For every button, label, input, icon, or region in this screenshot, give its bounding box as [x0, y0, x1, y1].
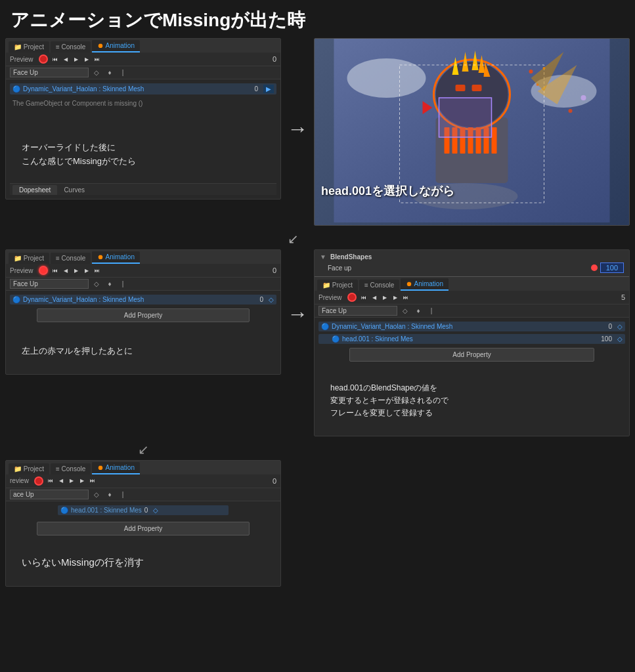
- svg-rect-21: [492, 127, 497, 154]
- preview-label-2: Preview: [10, 267, 33, 274]
- panel-toolbar-1: Preview ⏮ ◀ ▶ ▶ ⏭ 0: [6, 52, 280, 66]
- svg-point-30: [569, 109, 573, 113]
- sub-mesh-row-3: 🔵 head.001 : Skinned Mes 100 ◇: [318, 334, 625, 344]
- record-button-4[interactable]: [34, 476, 43, 486]
- curves-tab-1[interactable]: Curves: [57, 185, 91, 195]
- skip-start-btn-3[interactable]: ⏮: [359, 293, 368, 302]
- animation-icon-3: ⏺: [406, 280, 412, 287]
- diamond-marker-3: ◇: [617, 323, 623, 330]
- settings-icon-4[interactable]: |: [118, 490, 128, 499]
- diamond-icon-2[interactable]: ◇: [91, 280, 102, 289]
- tab-project-4[interactable]: 📁 Project: [9, 463, 49, 474]
- diamond-icon-3[interactable]: ◇: [400, 306, 410, 316]
- settings-icon-2[interactable]: |: [118, 280, 128, 289]
- face-up-dropdown-1[interactable]: Face Up: [10, 68, 89, 77]
- blendshapes-section: ▼ BlendShapes Face up 100: [315, 250, 629, 277]
- panel-content-4: 🔵 head.001 : Skinned Mes 0 ◇ Add Propert…: [6, 501, 280, 586]
- tab-console-3[interactable]: ≡ Console: [359, 280, 399, 291]
- prev-btn-2[interactable]: ◀: [61, 266, 70, 275]
- add-property-button-2[interactable]: Add Property: [37, 308, 250, 322]
- play-controls-2: ⏮ ◀ ▶ ▶ ⏭: [51, 266, 102, 275]
- frame-number-3: 5: [612, 293, 625, 301]
- tab-console-1[interactable]: ≡ Console: [51, 41, 91, 52]
- mesh-number-1: 0: [254, 85, 258, 93]
- next-btn-3[interactable]: ▶: [391, 293, 400, 302]
- record-button-1[interactable]: [39, 54, 48, 64]
- tab-animation-4[interactable]: ⏺ Animation: [92, 462, 140, 474]
- preview-label-3: Preview: [318, 294, 342, 301]
- svg-point-26: [529, 70, 533, 74]
- face-up-row-2: Face Up ◇ ♦ |: [6, 278, 280, 291]
- add-property-button-4[interactable]: Add Property: [37, 522, 250, 536]
- mid-left-panel: 📁 Project ≡ Console ⏺ Animation Preview …: [5, 249, 281, 375]
- key-icon-3[interactable]: ♦: [413, 306, 424, 316]
- annotation-mid-right: head.001のBlendShapeの値を 変更するとキーが登録されるので フ…: [318, 366, 625, 432]
- tab-animation-2[interactable]: ⏺ Animation: [92, 251, 140, 264]
- mesh-icon-4: 🔵: [60, 507, 68, 514]
- face-up-row-4: ace Up ◇ ♦ |: [6, 488, 280, 501]
- tab-project-2[interactable]: 📁 Project: [9, 253, 49, 264]
- tab-console-2[interactable]: ≡ Console: [51, 253, 91, 264]
- skip-end-btn-3[interactable]: ⏭: [401, 293, 410, 302]
- next-btn-2[interactable]: ▶: [82, 266, 91, 275]
- play-btn-1[interactable]: ▶: [72, 54, 81, 64]
- skip-start-btn-2[interactable]: ⏮: [51, 266, 60, 275]
- record-button-2[interactable]: [39, 266, 48, 275]
- key-icon-1[interactable]: ♦: [104, 68, 115, 77]
- triangle-icon: ▼: [320, 253, 326, 261]
- face-up-dropdown-2[interactable]: Face Up: [10, 279, 89, 289]
- skip-end-btn-4[interactable]: ⏭: [88, 476, 97, 486]
- tab-animation-1[interactable]: ⏺ Animation: [92, 40, 140, 52]
- play-btn-3[interactable]: ▶: [380, 293, 389, 302]
- add-property-button-3[interactable]: Add Property: [349, 348, 595, 362]
- settings-icon-1[interactable]: |: [118, 68, 128, 77]
- key-icon-4[interactable]: ♦: [104, 490, 115, 499]
- diamond-icon-4[interactable]: ◇: [91, 490, 102, 499]
- play-btn-4[interactable]: ▶: [67, 476, 76, 486]
- panel-tabs-bot: 📁 Project ≡ Console ⏺ Animation: [6, 461, 280, 474]
- dopesheet-tab-1[interactable]: Dopesheet: [12, 185, 57, 195]
- skip-start-btn-4[interactable]: ⏮: [46, 476, 55, 486]
- bot-left-panel: 📁 Project ≡ Console ⏺ Animation review ⏮: [5, 460, 281, 587]
- play-btn-2[interactable]: ▶: [72, 266, 81, 275]
- play-controls-3: ⏮ ◀ ▶ ▶ ⏭: [359, 293, 410, 302]
- play-controls-1: ⏮ ◀ ▶ ▶ ⏭: [51, 54, 102, 64]
- viewport-3d: head.001を選択しながら: [315, 39, 629, 225]
- next-btn-1[interactable]: ▶: [82, 54, 91, 64]
- tab-project-1[interactable]: 📁 Project: [9, 41, 49, 52]
- prev-btn-1[interactable]: ◀: [61, 54, 70, 64]
- missing-text-1: The GameObject or Component is missing (…: [10, 97, 276, 110]
- settings-icon-3[interactable]: |: [426, 306, 437, 316]
- panel-content-1: 🔵 Dynamic_Variant_Haolan : Skinned Mesh …: [6, 79, 280, 199]
- head-mesh-number: 0: [144, 507, 148, 514]
- bottom-tabs-row-1: Dopesheet Curves: [10, 183, 276, 195]
- blendshapes-title: BlendShapes: [330, 253, 372, 261]
- skip-end-btn-1[interactable]: ⏭: [93, 54, 102, 64]
- record-button-3[interactable]: [347, 293, 357, 302]
- next-btn-4[interactable]: ▶: [77, 476, 87, 486]
- svg-rect-23: [439, 98, 492, 137]
- mesh-expand-btn-1[interactable]: ▶: [263, 85, 274, 93]
- folder-icon-4: 📁: [14, 465, 22, 472]
- sub-diamond-3: ◇: [617, 335, 623, 343]
- tab-console-4[interactable]: ≡ Console: [51, 463, 91, 474]
- diamond-icon-1[interactable]: ◇: [91, 68, 102, 77]
- blendshapes-face-up: Face up: [328, 264, 351, 272]
- annotation-top-left: オーバーライドした後に こんな感じでMissingがでたら: [10, 110, 276, 180]
- face-up-dropdown-4[interactable]: ace Up: [10, 490, 89, 499]
- mesh-number-3: 0: [608, 323, 612, 330]
- svg-point-1: [347, 58, 426, 98]
- mesh-icon-2: 🔵: [12, 296, 20, 303]
- skip-end-btn-2[interactable]: ⏭: [93, 266, 102, 275]
- key-icon-2[interactable]: ♦: [104, 280, 115, 289]
- prev-btn-3[interactable]: ◀: [370, 293, 379, 302]
- face-up-dropdown-3[interactable]: Face Up: [318, 306, 397, 316]
- skip-start-btn-1[interactable]: ⏮: [51, 54, 60, 64]
- console-icon-2: ≡: [56, 255, 60, 262]
- tab-animation-3[interactable]: ⏺ Animation: [401, 278, 449, 291]
- folder-icon-2: 📁: [14, 255, 22, 262]
- blend-color-dot: [591, 264, 598, 271]
- sub-mesh-icon-3: 🔵: [332, 335, 339, 343]
- tab-project-3[interactable]: 📁 Project: [317, 280, 358, 291]
- prev-btn-4[interactable]: ◀: [56, 476, 66, 486]
